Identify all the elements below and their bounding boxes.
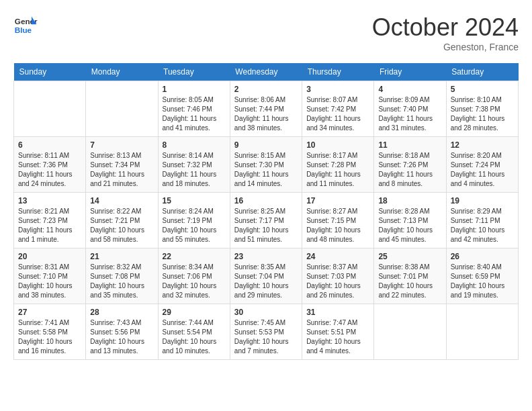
day-info: Sunrise: 8:21 AM Sunset: 7:23 PM Dayligh… [18,207,81,244]
day-number: 7 [90,140,153,150]
day-info: Sunrise: 8:27 AM Sunset: 7:15 PM Dayligh… [306,207,369,244]
calendar-cell [446,304,518,360]
day-info: Sunrise: 8:38 AM Sunset: 7:01 PM Dayligh… [378,263,441,300]
calendar-cell: 21Sunrise: 8:32 AM Sunset: 7:08 PM Dayli… [86,248,158,304]
day-number: 13 [18,196,81,205]
day-number: 2 [234,85,298,94]
weekday-header: Friday [374,63,446,81]
weekday-header: Tuesday [158,63,230,81]
calendar-cell: 8Sunrise: 8:14 AM Sunset: 7:32 PM Daylig… [158,137,230,193]
day-number: 10 [306,140,369,150]
day-info: Sunrise: 8:15 AM Sunset: 7:30 PM Dayligh… [234,151,298,189]
calendar-cell: 10Sunrise: 8:17 AM Sunset: 7:28 PM Dayli… [302,137,374,193]
day-number: 29 [163,308,226,317]
calendar-cell: 13Sunrise: 8:21 AM Sunset: 7:23 PM Dayli… [14,193,86,248]
day-number: 30 [234,308,298,317]
day-info: Sunrise: 8:11 AM Sunset: 7:36 PM Dayligh… [18,151,81,189]
calendar-cell: 30Sunrise: 7:45 AM Sunset: 5:53 PM Dayli… [230,304,302,360]
day-info: Sunrise: 8:10 AM Sunset: 7:38 PM Dayligh… [451,95,514,133]
calendar-cell: 22Sunrise: 8:34 AM Sunset: 7:06 PM Dayli… [158,248,230,304]
calendar-table: SundayMondayTuesdayWednesdayThursdayFrid… [13,63,519,360]
calendar-week-row: 27Sunrise: 7:41 AM Sunset: 5:58 PM Dayli… [14,304,519,360]
calendar-week-row: 1Sunrise: 8:05 AM Sunset: 7:46 PM Daylig… [14,81,519,137]
day-number: 25 [378,252,441,261]
day-number: 4 [378,85,441,94]
day-info: Sunrise: 8:13 AM Sunset: 7:34 PM Dayligh… [90,151,153,189]
day-number: 27 [18,308,81,317]
day-info: Sunrise: 7:45 AM Sunset: 5:53 PM Dayligh… [234,318,298,356]
calendar-cell: 24Sunrise: 8:37 AM Sunset: 7:03 PM Dayli… [302,248,374,304]
calendar-cell: 25Sunrise: 8:38 AM Sunset: 7:01 PM Dayli… [374,248,446,304]
day-number: 19 [451,196,514,205]
day-number: 11 [378,140,441,150]
day-info: Sunrise: 8:29 AM Sunset: 7:11 PM Dayligh… [451,207,514,244]
day-info: Sunrise: 7:43 AM Sunset: 5:56 PM Dayligh… [90,318,153,356]
calendar-week-row: 20Sunrise: 8:31 AM Sunset: 7:10 PM Dayli… [14,248,519,304]
day-number: 24 [306,252,369,261]
day-info: Sunrise: 8:34 AM Sunset: 7:06 PM Dayligh… [163,263,226,300]
calendar-cell: 19Sunrise: 8:29 AM Sunset: 7:11 PM Dayli… [446,193,518,248]
calendar-cell: 7Sunrise: 8:13 AM Sunset: 7:34 PM Daylig… [86,137,158,193]
calendar-cell: 14Sunrise: 8:22 AM Sunset: 7:21 PM Dayli… [86,193,158,248]
calendar-cell [374,304,446,360]
day-number: 31 [306,308,369,317]
day-number: 17 [306,196,369,205]
title-block: October 2024 Geneston, France [372,13,519,52]
day-number: 22 [163,252,226,261]
day-number: 16 [234,196,298,205]
weekday-header: Sunday [14,63,86,81]
calendar-cell: 26Sunrise: 8:40 AM Sunset: 6:59 PM Dayli… [446,248,518,304]
day-info: Sunrise: 8:31 AM Sunset: 7:10 PM Dayligh… [18,263,81,300]
day-info: Sunrise: 8:25 AM Sunset: 7:17 PM Dayligh… [234,207,298,244]
calendar-cell: 6Sunrise: 8:11 AM Sunset: 7:36 PM Daylig… [14,137,86,193]
location: Geneston, France [372,42,519,52]
calendar-cell: 2Sunrise: 8:06 AM Sunset: 7:44 PM Daylig… [230,81,302,137]
day-number: 18 [378,196,441,205]
day-info: Sunrise: 8:09 AM Sunset: 7:40 PM Dayligh… [378,95,441,133]
day-info: Sunrise: 8:35 AM Sunset: 7:04 PM Dayligh… [234,263,298,300]
calendar-week-row: 6Sunrise: 8:11 AM Sunset: 7:36 PM Daylig… [14,137,519,193]
day-info: Sunrise: 8:05 AM Sunset: 7:46 PM Dayligh… [163,95,226,133]
calendar-cell: 29Sunrise: 7:44 AM Sunset: 5:54 PM Dayli… [158,304,230,360]
day-info: Sunrise: 8:24 AM Sunset: 7:19 PM Dayligh… [163,207,226,244]
calendar-week-row: 13Sunrise: 8:21 AM Sunset: 7:23 PM Dayli… [14,193,519,248]
calendar-cell: 9Sunrise: 8:15 AM Sunset: 7:30 PM Daylig… [230,137,302,193]
day-number: 28 [90,308,153,317]
day-info: Sunrise: 8:06 AM Sunset: 7:44 PM Dayligh… [234,95,298,133]
svg-text:Blue: Blue [15,26,32,34]
day-info: Sunrise: 8:40 AM Sunset: 6:59 PM Dayligh… [451,263,514,300]
day-info: Sunrise: 7:41 AM Sunset: 5:58 PM Dayligh… [18,318,81,356]
day-info: Sunrise: 8:20 AM Sunset: 7:24 PM Dayligh… [451,151,514,189]
calendar-cell: 4Sunrise: 8:09 AM Sunset: 7:40 PM Daylig… [374,81,446,137]
day-number: 9 [234,140,298,150]
calendar-cell: 12Sunrise: 8:20 AM Sunset: 7:24 PM Dayli… [446,137,518,193]
day-info: Sunrise: 8:14 AM Sunset: 7:32 PM Dayligh… [163,151,226,189]
calendar-cell: 16Sunrise: 8:25 AM Sunset: 7:17 PM Dayli… [230,193,302,248]
calendar-cell: 11Sunrise: 8:18 AM Sunset: 7:26 PM Dayli… [374,137,446,193]
calendar-cell: 20Sunrise: 8:31 AM Sunset: 7:10 PM Dayli… [14,248,86,304]
day-number: 14 [90,196,153,205]
day-number: 21 [90,252,153,261]
day-info: Sunrise: 7:44 AM Sunset: 5:54 PM Dayligh… [163,318,226,356]
calendar-header-row: SundayMondayTuesdayWednesdayThursdayFrid… [14,63,519,81]
day-number: 8 [163,140,226,150]
weekday-header: Thursday [302,63,374,81]
day-number: 26 [451,252,514,261]
day-info: Sunrise: 8:32 AM Sunset: 7:08 PM Dayligh… [90,263,153,300]
calendar-cell: 28Sunrise: 7:43 AM Sunset: 5:56 PM Dayli… [86,304,158,360]
calendar-cell: 3Sunrise: 8:07 AM Sunset: 7:42 PM Daylig… [302,81,374,137]
day-number: 6 [18,140,81,150]
day-info: Sunrise: 8:17 AM Sunset: 7:28 PM Dayligh… [306,151,369,189]
logo: General Blue [13,13,38,38]
day-info: Sunrise: 8:37 AM Sunset: 7:03 PM Dayligh… [306,263,369,300]
page-header: General Blue October 2024 Geneston, Fran… [13,13,519,52]
calendar-cell [86,81,158,137]
calendar-cell: 1Sunrise: 8:05 AM Sunset: 7:46 PM Daylig… [158,81,230,137]
day-number: 12 [451,140,514,150]
calendar-cell: 31Sunrise: 7:47 AM Sunset: 5:51 PM Dayli… [302,304,374,360]
calendar-cell: 18Sunrise: 8:28 AM Sunset: 7:13 PM Dayli… [374,193,446,248]
logo-icon: General Blue [13,13,38,38]
day-info: Sunrise: 8:22 AM Sunset: 7:21 PM Dayligh… [90,207,153,244]
calendar-cell [14,81,86,137]
day-number: 3 [306,85,369,94]
